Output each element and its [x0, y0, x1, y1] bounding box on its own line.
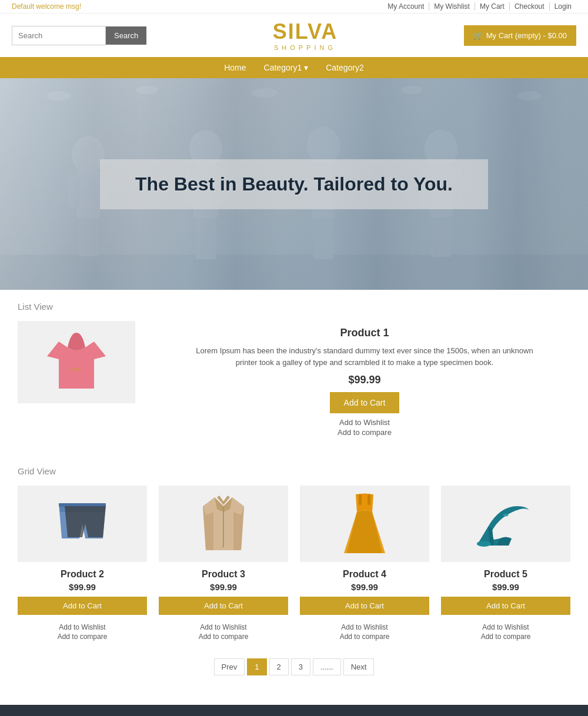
product1-add-to-cart-button[interactable]: Add to Cart: [330, 392, 400, 413]
svg-rect-12: [88, 218, 98, 256]
product3-actions: Add to Wishlist Add to compare: [159, 623, 288, 641]
search-button[interactable]: Search: [106, 26, 146, 45]
pagination-page-3[interactable]: 3: [291, 658, 310, 675]
product5-compare-link[interactable]: Add to compare: [481, 633, 531, 641]
product1-image-box: Soul: [18, 321, 135, 403]
product2-add-to-cart-button[interactable]: Add to Cart: [18, 597, 147, 615]
nav-home[interactable]: Home: [224, 63, 246, 72]
product5-name: Product 5: [441, 569, 570, 580]
pagination: Prev 1 2 3 ...... Next: [18, 658, 570, 675]
svg-rect-24: [323, 218, 333, 259]
list-item: Product 4 $99.99 Add to Cart Add to Wish…: [300, 486, 429, 641]
list-item: Product 5 $99.99 Add to Cart Add to Wish…: [441, 486, 570, 641]
main-nav: Home Category1 ▾ Category2: [0, 57, 588, 78]
logo-va: VA: [308, 19, 338, 44]
logo-text: SILVA: [273, 19, 338, 44]
svg-rect-34: [359, 494, 362, 505]
logo-subtitle: SHOPPING: [273, 44, 338, 51]
footer: Magento Theme Designed With TemplateToas…: [0, 705, 588, 716]
product5-image: [473, 497, 538, 550]
svg-text:Soul: Soul: [71, 365, 82, 372]
grid-container: Product 2 $99.99 Add to Cart Add to Wish…: [18, 486, 570, 641]
svg-point-5: [401, 86, 422, 94]
product1-info: Product 1 Lorem Ipsum has been the indus…: [159, 321, 570, 437]
svg-rect-1: [0, 255, 588, 290]
product5-add-to-cart-button[interactable]: Add to Cart: [441, 597, 570, 615]
hero-headline: The Best in Beauty. Tailored to You.: [135, 173, 453, 195]
product5-image-box: [441, 486, 570, 562]
my-wishlist-link[interactable]: My Wishlist: [429, 2, 475, 11]
search-input[interactable]: [12, 26, 106, 45]
product2-compare-link[interactable]: Add to compare: [58, 633, 108, 641]
product4-add-to-cart-button[interactable]: Add to Cart: [300, 597, 429, 615]
svg-point-3: [136, 86, 158, 94]
product3-image: [197, 494, 250, 553]
checkout-link[interactable]: Checkout: [510, 2, 550, 11]
svg-rect-9: [68, 175, 79, 208]
logo: SILVA SHOPPING: [273, 19, 338, 51]
product2-actions: Add to Wishlist Add to compare: [18, 623, 147, 641]
list-item: Product 2 $99.99 Add to Cart Add to Wish…: [18, 486, 147, 641]
cart-button[interactable]: 🛒 My Cart (empty) - $0.00: [464, 25, 576, 46]
hero-text-box: The Best in Beauty. Tailored to You.: [100, 159, 488, 209]
my-cart-link[interactable]: My Cart: [475, 2, 510, 11]
my-account-link[interactable]: My Account: [383, 2, 429, 11]
welcome-message: Default welcome msg!: [12, 2, 81, 11]
product1-image: Soul: [47, 330, 106, 394]
chevron-down-icon: ▾: [304, 63, 308, 72]
product3-add-to-cart-button[interactable]: Add to Cart: [159, 597, 288, 615]
list-view-product: Soul Product 1 Lorem Ipsum has been the …: [18, 321, 570, 449]
product3-image-box: [159, 486, 288, 562]
list-view-section: List View Soul Product 1 Lorem Ipsum has…: [18, 302, 570, 449]
pagination-next[interactable]: Next: [343, 658, 375, 675]
search-bar: Search: [12, 26, 146, 45]
hero-banner: The Best in Beauty. Tailored to You.: [0, 78, 588, 290]
top-bar: Default welcome msg! My Account My Wishl…: [0, 0, 588, 14]
product4-actions: Add to Wishlist Add to compare: [300, 623, 429, 641]
nav-category2[interactable]: Category2: [326, 63, 364, 72]
product1-compare-link[interactable]: Add to compare: [338, 428, 392, 437]
product2-name: Product 2: [18, 569, 147, 580]
nav-category1[interactable]: Category1 ▾: [264, 63, 309, 72]
logo-sil: SIL: [273, 19, 308, 44]
product3-price: $99.99: [159, 582, 288, 592]
product5-price: $99.99: [441, 582, 570, 592]
cart-button-label: My Cart (empty) - $0.00: [486, 31, 567, 40]
product4-wishlist-link[interactable]: Add to Wishlist: [341, 623, 387, 631]
product5-wishlist-link[interactable]: Add to Wishlist: [482, 623, 529, 631]
top-links: My Account My Wishlist My Cart Checkout …: [383, 2, 576, 11]
product3-name: Product 3: [159, 569, 288, 580]
login-link[interactable]: Login: [550, 2, 576, 11]
product3-compare-link[interactable]: Add to compare: [199, 633, 249, 641]
grid-view-title: Grid View: [18, 466, 570, 476]
list-view-title: List View: [18, 302, 570, 312]
product4-compare-link[interactable]: Add to compare: [340, 633, 390, 641]
svg-rect-35: [368, 494, 370, 505]
product4-image: [338, 491, 391, 556]
product1-price: $99.99: [159, 374, 570, 386]
product2-price: $99.99: [18, 582, 147, 592]
product5-actions: Add to Wishlist Add to compare: [441, 623, 570, 641]
product4-price: $99.99: [300, 582, 429, 592]
product3-wishlist-link[interactable]: Add to Wishlist: [200, 623, 246, 631]
main-content: List View Soul Product 1 Lorem Ipsum has…: [0, 290, 588, 705]
pagination-page-1[interactable]: 1: [247, 658, 266, 675]
svg-rect-8: [76, 171, 100, 218]
svg-rect-17: [196, 218, 206, 259]
nav-category1-label: Category1: [264, 63, 302, 72]
product1-wishlist-link[interactable]: Add to Wishlist: [339, 418, 390, 427]
product2-image: [53, 497, 112, 550]
product2-wishlist-link[interactable]: Add to Wishlist: [59, 623, 105, 631]
header: Search SILVA SHOPPING 🛒 My Cart (empty) …: [0, 14, 588, 57]
svg-rect-29: [431, 217, 441, 257]
pagination-page-2[interactable]: 2: [269, 658, 289, 675]
product2-image-box: [18, 486, 147, 562]
svg-point-4: [252, 88, 278, 98]
svg-rect-23: [313, 218, 323, 259]
svg-rect-30: [441, 217, 451, 257]
svg-point-36: [477, 541, 491, 547]
grid-view-section: Grid View Product 2 $99.99 Add to Cart: [18, 466, 570, 641]
list-item: Product 3 $99.99 Add to Cart Add to Wish…: [159, 486, 288, 641]
pagination-prev[interactable]: Prev: [214, 658, 245, 675]
product4-image-box: [300, 486, 429, 562]
